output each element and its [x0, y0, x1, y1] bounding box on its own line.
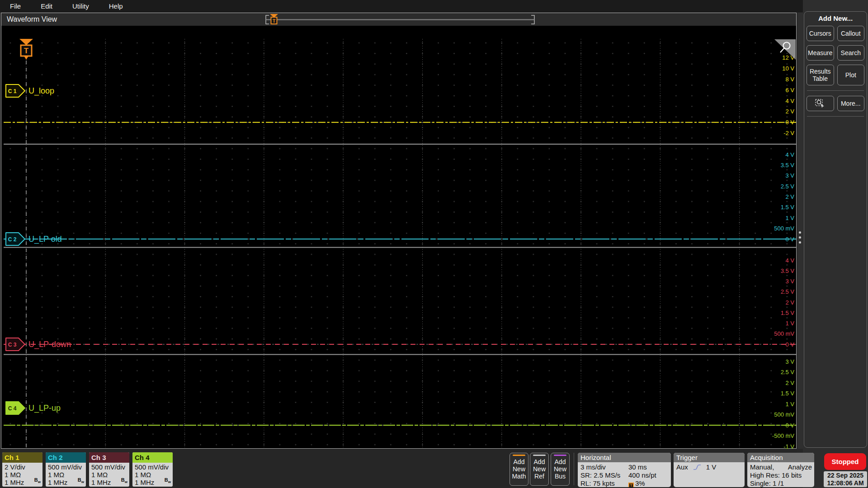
scale-label: 3 V	[785, 172, 794, 179]
scale-label: -1 V	[783, 443, 794, 450]
waveform-plot[interactable]: 12 V10 V8 V6 V4 V2 V0 V-2 VC 1U_loop4 V3…	[4, 39, 796, 461]
date-text: 22 Sep 2025	[824, 472, 867, 479]
scale-label: 500 mV	[774, 225, 794, 232]
scale-label: 2 V	[785, 380, 794, 386]
scale-label: 0 V	[785, 119, 794, 126]
plot-button[interactable]: Plot	[837, 65, 865, 85]
more-button[interactable]: More...	[837, 96, 865, 111]
scale-label: 0 V	[785, 422, 794, 429]
splitter-handle-icon[interactable]	[799, 229, 801, 246]
svg-text:C 2: C 2	[8, 236, 17, 243]
add-new-math-button[interactable]: Add New Math	[509, 453, 528, 486]
scale-label: 3.5 V	[781, 267, 795, 274]
ch4-badge[interactable]: Ch 4 500 mV/div 1 MΩ 1 MHz Bw	[132, 452, 173, 487]
add-new-group: Add New... Cursors Callout Measure Searc…	[804, 11, 867, 448]
scale-label: 4 V	[785, 98, 794, 104]
horizontal-position-indicator[interactable]: T	[264, 14, 536, 26]
status-bar: Ch 1 2 V/div 1 MΩ 1 MHz Bw Ch 2 500 mV/d…	[0, 450, 797, 488]
scale-label: 3.5 V	[781, 162, 795, 169]
menu-file[interactable]: File	[10, 2, 21, 10]
add-new-ref-button[interactable]: Add New Ref	[530, 453, 549, 486]
grid-dots	[4, 39, 796, 448]
scale-label: 2.5 V	[781, 183, 795, 190]
run-state-badge[interactable]: Stopped	[824, 453, 866, 470]
panel-splitter[interactable]	[797, 13, 803, 449]
search-button[interactable]: Search	[837, 45, 865, 61]
scale-label: 2 V	[785, 108, 794, 115]
ch4-badge-header: Ch 4	[132, 452, 173, 463]
scale-label: 2.5 V	[781, 288, 795, 295]
scale-label: 1 V	[785, 401, 794, 408]
trigger-position-handle-icon[interactable]: T	[270, 14, 278, 24]
results-table-button[interactable]: Results Table	[807, 65, 834, 85]
scale-label: -2 V	[783, 130, 794, 136]
datetime-badge[interactable]: 22 Sep 2025 12:08:06 AM	[824, 471, 867, 487]
scope-window: File Edit Utility Help Tektronix Wavefor…	[0, 0, 868, 488]
right-sidebar: Add New... Cursors Callout Measure Searc…	[803, 0, 868, 488]
svg-text:C 1: C 1	[8, 88, 17, 94]
zoom-select-button[interactable]	[807, 96, 834, 111]
add-new-title: Add New...	[807, 14, 864, 26]
ch1-badge-header: Ch 1	[2, 452, 42, 463]
ch3-badge-header: Ch 3	[89, 452, 129, 463]
scale-label: 2.5 V	[781, 369, 795, 375]
ch1-badge-body: 2 V/div 1 MΩ 1 MHz Bw	[2, 463, 42, 487]
ch2-badge-body: 500 mV/div 1 MΩ 1 MHz Bw	[46, 463, 86, 487]
scale-label: 8 V	[785, 76, 794, 83]
scale-label: 0 V	[785, 341, 794, 348]
zoom-select-icon	[815, 99, 826, 108]
channel-label-c2[interactable]: U_LP old	[28, 235, 62, 244]
channel-label-c4[interactable]: U_LP-up	[28, 404, 61, 413]
divider	[574, 453, 574, 485]
scale-label: 1 V	[785, 320, 794, 327]
bandwidth-limit-icon: Bw	[78, 476, 84, 486]
channel-label-c1[interactable]: U_loop	[28, 86, 54, 96]
ch3-badge-body: 500 mV/div 1 MΩ 1 MHz Bw	[89, 463, 129, 487]
horizontal-panel[interactable]: Horizontal 3 ms/div30 ms SR: 2.5 MS/s400…	[578, 453, 671, 487]
menu-utility[interactable]: Utility	[72, 2, 89, 10]
bus-accent	[554, 455, 566, 456]
trigger-panel[interactable]: Trigger Aux 1 V	[674, 453, 745, 487]
svg-text:T: T	[24, 47, 29, 55]
svg-text:C 4: C 4	[8, 405, 17, 412]
menu-bar: File Edit Utility Help	[0, 0, 868, 12]
scale-label: 1 V	[785, 215, 794, 221]
scale-label: 500 mV	[774, 330, 794, 337]
channel-label-c3[interactable]: U_LP-down	[28, 340, 71, 349]
menu-edit[interactable]: Edit	[41, 2, 52, 10]
acquisition-panel[interactable]: Acquisition Manual,Analyze High Res: 16 …	[747, 453, 814, 487]
scale-label: -500 mV	[772, 432, 794, 439]
callout-button[interactable]: Callout	[837, 26, 865, 41]
scale-label: 10 V	[782, 65, 794, 72]
waveform-view-panel: Waveform View T 12 V10 V8 V6 V4 V2 V0 V-…	[1, 13, 797, 449]
svg-text:C 3: C 3	[8, 342, 17, 348]
ch3-badge[interactable]: Ch 3 500 mV/div 1 MΩ 1 MHz Bw	[89, 452, 129, 487]
ch2-badge-header: Ch 2	[46, 452, 86, 463]
svg-text:T: T	[273, 18, 276, 23]
scale-label: 500 mV	[774, 411, 794, 418]
acquisition-panel-title: Acquisition	[747, 453, 814, 462]
scale-label: 0 V	[785, 236, 794, 243]
menu-help[interactable]: Help	[109, 2, 123, 10]
add-new-bus-button[interactable]: Add New Bus	[551, 453, 570, 486]
scale-label: 4 V	[785, 151, 794, 158]
bandwidth-limit-icon: Bw	[121, 476, 127, 486]
scale-label: 1.5 V	[781, 390, 795, 397]
scale-label: 1.5 V	[781, 310, 795, 316]
scale-label: 1.5 V	[781, 204, 795, 211]
trigger-t-icon: T	[628, 483, 634, 487]
scale-label: 3 V	[785, 358, 794, 365]
horizontal-panel-title: Horizontal	[578, 453, 671, 462]
cursors-button[interactable]: Cursors	[807, 26, 834, 41]
measure-button[interactable]: Measure	[807, 45, 834, 61]
rising-edge-icon	[693, 464, 702, 471]
trigger-panel-title: Trigger	[674, 453, 745, 462]
ch4-badge-body: 500 mV/div 1 MΩ 1 MHz Bw	[132, 463, 173, 487]
ch1-badge[interactable]: Ch 1 2 V/div 1 MΩ 1 MHz Bw	[2, 452, 42, 487]
ch2-badge[interactable]: Ch 2 500 mV/div 1 MΩ 1 MHz Bw	[46, 452, 86, 487]
scale-label: 2 V	[785, 193, 794, 200]
scale-label: 4 V	[785, 257, 794, 264]
bandwidth-limit-icon: Bw	[34, 476, 41, 486]
scale-label: 2 V	[785, 299, 794, 306]
bandwidth-limit-icon: Bw	[165, 476, 171, 486]
